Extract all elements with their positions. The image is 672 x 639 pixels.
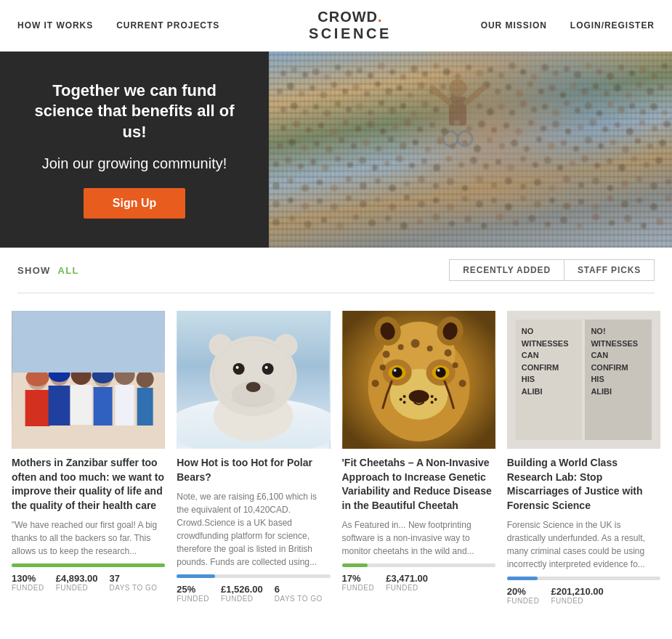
project-image-polar xyxy=(177,311,330,449)
staff-picks-button[interactable]: STAFF PICKS xyxy=(564,259,655,281)
svg-point-84 xyxy=(346,107,352,113)
stat-label-days-zanzibar: DAYS TO GO xyxy=(110,584,158,592)
svg-point-228 xyxy=(578,182,584,188)
svg-point-146 xyxy=(314,141,320,147)
stat-label-amount-polar: FUNDED xyxy=(221,595,263,603)
svg-point-128 xyxy=(491,127,497,133)
svg-point-285 xyxy=(624,215,631,222)
svg-point-24 xyxy=(541,64,548,71)
svg-point-94 xyxy=(487,108,494,115)
svg-point-227 xyxy=(563,176,570,183)
show-all-label[interactable]: ALL xyxy=(58,265,79,276)
svg-point-344 xyxy=(452,362,458,368)
svg-point-42 xyxy=(342,89,348,94)
svg-point-141 xyxy=(652,126,657,131)
svg-point-156 xyxy=(437,137,444,145)
svg-point-98 xyxy=(531,107,537,113)
svg-point-31 xyxy=(618,65,624,70)
svg-rect-304 xyxy=(137,388,153,426)
svg-point-253 xyxy=(534,200,541,208)
svg-point-341 xyxy=(426,346,432,351)
svg-point-121 xyxy=(404,119,411,126)
svg-point-27 xyxy=(574,71,581,78)
svg-point-120 xyxy=(392,124,398,130)
svg-point-313 xyxy=(262,363,274,375)
svg-point-249 xyxy=(476,200,483,208)
svg-point-247 xyxy=(447,203,454,211)
hero-image xyxy=(269,52,672,248)
svg-point-191 xyxy=(470,157,477,164)
svg-point-72 xyxy=(449,79,466,97)
nav-how-it-works[interactable]: HOW IT WORKS xyxy=(17,20,93,30)
svg-point-8 xyxy=(368,73,373,78)
svg-point-104 xyxy=(596,110,602,116)
project-card-polar[interactable]: How Hot is too Hot for Polar Bears? Note… xyxy=(171,305,336,611)
svg-point-338 xyxy=(382,351,389,358)
svg-point-116 xyxy=(343,120,349,126)
svg-point-131 xyxy=(528,120,534,126)
svg-point-312 xyxy=(233,363,245,375)
svg-point-136 xyxy=(589,119,596,126)
svg-point-80 xyxy=(302,109,308,115)
svg-point-251 xyxy=(505,203,512,211)
recently-added-button[interactable]: RECENTLY ADDED xyxy=(449,259,564,281)
svg-point-200 xyxy=(581,155,588,163)
nav-current-projects[interactable]: CURRENT PROJECTS xyxy=(116,20,219,30)
svg-point-248 xyxy=(462,196,468,202)
svg-point-88 xyxy=(389,107,396,114)
svg-point-225 xyxy=(534,179,541,186)
navbar: HOW IT WORKS CURRENT PROJECTS CROWD. SCI… xyxy=(0,0,672,52)
svg-point-10 xyxy=(389,69,395,75)
stat-label-days-polar: DAYS TO GO xyxy=(275,595,323,603)
nav-login-register[interactable]: LOGIN/REGISTER xyxy=(570,20,655,30)
svg-point-234 xyxy=(665,179,671,184)
svg-point-17 xyxy=(466,65,471,70)
svg-point-87 xyxy=(378,100,384,106)
svg-point-178 xyxy=(310,159,316,165)
svg-point-169 xyxy=(598,143,604,149)
svg-point-49 xyxy=(418,82,425,89)
svg-point-69 xyxy=(636,82,642,88)
svg-point-123 xyxy=(429,122,435,128)
cheetah-svg xyxy=(342,311,495,449)
nav-our-mission[interactable]: OUR MISSION xyxy=(481,20,547,30)
svg-point-184 xyxy=(384,160,390,166)
svg-point-315 xyxy=(265,366,268,369)
stat-value-funded-pct-polar: 25% xyxy=(177,584,209,595)
svg-point-261 xyxy=(650,203,657,211)
svg-rect-305 xyxy=(12,311,165,373)
svg-point-79 xyxy=(291,102,298,110)
svg-point-186 xyxy=(409,163,415,168)
svg-point-259 xyxy=(621,200,628,208)
svg-point-60 xyxy=(538,89,544,94)
svg-point-45 xyxy=(375,81,381,87)
svg-point-23 xyxy=(531,74,537,80)
svg-point-127 xyxy=(478,121,485,128)
svg-point-30 xyxy=(607,73,614,80)
svg-point-177 xyxy=(298,163,304,169)
svg-rect-299 xyxy=(94,387,113,426)
svg-point-44 xyxy=(364,91,370,97)
svg-point-81 xyxy=(313,104,319,110)
svg-point-270 xyxy=(385,216,391,221)
svg-point-117 xyxy=(355,126,361,131)
stat-value-days-zanzibar: 37 xyxy=(110,573,158,584)
logo[interactable]: CROWD. SCIENCE xyxy=(309,9,392,42)
svg-point-220 xyxy=(462,185,468,191)
svg-point-112 xyxy=(293,121,300,128)
svg-point-267 xyxy=(336,222,344,229)
project-card-cheetah[interactable]: 'Fit Cheetahs – A Non-Invasive Approach … xyxy=(336,305,501,611)
svg-point-250 xyxy=(491,198,497,203)
show-filter-label: SHOW ALL xyxy=(17,264,79,276)
project-card-zanzibar[interactable]: Mothers in Zanzibar suffer too often and… xyxy=(6,305,171,611)
svg-point-9 xyxy=(378,62,385,70)
svg-point-14 xyxy=(433,63,439,69)
svg-point-58 xyxy=(516,90,523,97)
svg-point-115 xyxy=(330,128,337,135)
svg-point-233 xyxy=(650,182,657,190)
svg-point-335 xyxy=(434,398,437,401)
project-card-forensic[interactable]: NOWITNESSESCANCONFIRMHISALIBI NO!WITNESS… xyxy=(501,305,666,611)
svg-point-46 xyxy=(385,88,392,95)
svg-point-4 xyxy=(324,74,330,80)
signup-button[interactable]: Sign Up xyxy=(84,188,185,219)
